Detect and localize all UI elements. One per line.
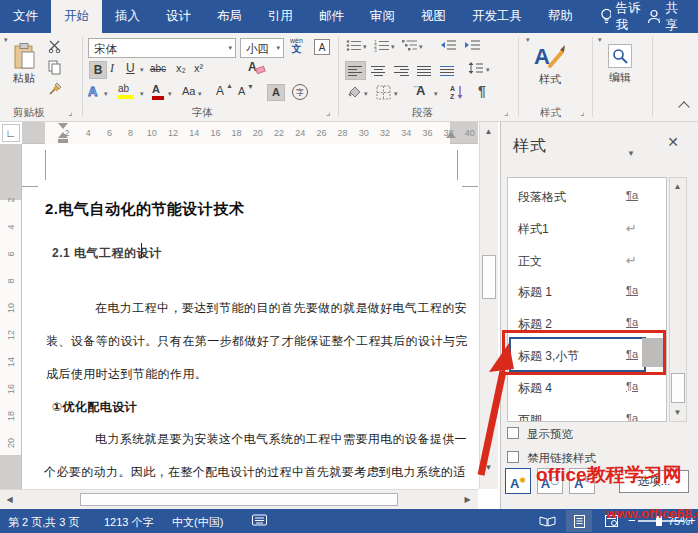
clear-formatting-button[interactable]: A [248,61,257,73]
styles-scroll-up-button[interactable] [670,179,685,194]
document-page[interactable]: 2.电气自动化的节能设计技术 2.1 电气工程的设计 在电力工程中，要达到节能的… [22,144,479,489]
styles-pane-close-icon[interactable] [665,134,681,150]
ribbon-tab-9[interactable]: 开发工具 [459,0,535,33]
format-painter-button[interactable] [48,81,63,98]
keyboard-indicator[interactable] [252,514,267,528]
bullets-button[interactable] [346,39,362,54]
ribbon-tab-10[interactable]: 帮助 [535,0,586,33]
styles-list-scrollbar[interactable] [669,177,687,422]
styles-pane-dropdown-icon[interactable] [627,142,639,154]
ribbon-tab-0[interactable]: 文件 [0,0,51,33]
text-effects-dropdown-icon[interactable] [104,90,112,98]
grow-font-button[interactable]: A▲ [216,85,224,97]
font-dialog-launcher[interactable] [326,107,336,117]
cut-button[interactable] [48,40,63,55]
read-mode-button[interactable] [534,510,560,532]
shrink-font-button[interactable]: A▼ [238,86,245,97]
style-item-3[interactable]: 标题 1¶a [510,276,664,307]
decrease-indent-button[interactable] [440,39,457,54]
styles-scroll-thumb[interactable] [671,373,685,403]
numbering-button[interactable]: 123 [374,39,390,54]
asian-layout-dropdown-icon[interactable] [434,90,442,98]
justify-button[interactable] [415,62,434,79]
asian-layout-button[interactable]: A↔ [416,84,425,97]
left-indent-marker[interactable] [58,139,68,143]
font-color-button[interactable]: A [152,84,164,100]
vertical-ruler[interactable]: 2468101214161820 [0,144,22,489]
align-center-button[interactable] [369,62,388,79]
clipboard-dialog-launcher[interactable] [68,107,78,117]
word-count-indicator[interactable]: 1213 个字 [104,515,154,530]
ribbon-tab-4[interactable]: 布局 [204,0,255,33]
ribbon-tab-8[interactable]: 视图 [408,0,459,33]
borders-dropdown-icon[interactable] [394,90,402,98]
scroll-up-button[interactable] [481,124,496,139]
ribbon-tab-6[interactable]: 邮件 [306,0,357,33]
horizontal-ruler[interactable]: 246810121416182022242628303234363840 [22,122,478,144]
underline-button[interactable]: U [126,62,135,74]
styles-scroll-down-button[interactable] [670,405,685,420]
shading-dropdown-icon[interactable] [364,90,372,98]
tab-stop-selector[interactable]: ∟ [2,124,20,142]
styles-dialog-launcher[interactable] [580,107,590,117]
ribbon-tab-1[interactable]: 开始 [51,0,102,33]
borders-button[interactable] [376,85,391,102]
change-case-button[interactable]: Aa [182,86,195,97]
style-item-0[interactable]: 段落格式¶a [510,181,664,212]
show-hide-marks-button[interactable]: ¶ [478,84,486,98]
character-border-button[interactable]: A [314,39,330,55]
align-left-button[interactable] [346,62,365,79]
share-button[interactable]: 共享 [647,0,686,34]
scroll-left-button[interactable] [2,492,17,507]
italic-button[interactable]: I [110,62,114,74]
align-right-button[interactable] [392,62,411,79]
highlight-color-button[interactable]: ab [118,84,134,99]
paste-dropdown-icon[interactable] [20,88,28,96]
phonetic-guide-button[interactable]: wén文 [290,37,303,54]
line-spacing-dropdown-icon[interactable] [486,66,494,74]
language-indicator[interactable]: 中文(中国) [172,515,223,530]
page-number-indicator[interactable]: 第 2 页,共 3 页 [8,515,80,530]
strikethrough-button[interactable]: abc [150,64,166,74]
style-item-2[interactable]: 正文↵ [510,245,664,276]
increase-indent-button[interactable] [464,39,481,54]
enclose-characters-button[interactable]: 字 [292,84,308,100]
character-shading-button[interactable]: A [268,85,284,100]
change-case-dropdown-icon[interactable] [198,90,206,98]
font-name-select[interactable]: 宋体 [88,38,236,58]
multilevel-dropdown-icon[interactable] [419,43,427,51]
bold-button[interactable]: B [90,62,106,78]
bullets-dropdown-icon[interactable] [363,43,371,51]
editing-dropdown-icon[interactable] [616,87,624,95]
print-layout-button[interactable] [566,510,592,532]
underline-dropdown-icon[interactable] [140,66,148,74]
superscript-button[interactable]: x² [194,63,203,74]
text-effects-button[interactable]: A [88,85,97,98]
styles-dropdown-icon[interactable] [546,89,554,97]
horizontal-scrollbar[interactable] [0,489,478,509]
line-spacing-button[interactable] [468,61,484,77]
distribute-button[interactable] [438,62,457,79]
ribbon-tab-3[interactable]: 设计 [153,0,204,33]
paragraph-dialog-launcher[interactable] [504,107,514,117]
copy-button[interactable] [48,60,62,77]
multilevel-list-button[interactable] [402,39,418,54]
ribbon-tab-7[interactable]: 审阅 [357,0,408,33]
style-item-1[interactable]: 样式1↵ [510,213,664,244]
editing-button[interactable]: 编辑 [598,36,642,102]
vertical-scroll-thumb[interactable] [482,255,496,299]
tell-me-button[interactable]: 告诉我 [600,0,647,34]
font-color-dropdown-icon[interactable] [168,90,176,98]
shading-button[interactable] [346,85,362,101]
collapse-ribbon-chevron-icon[interactable] [678,101,689,112]
font-size-select[interactable]: 小四 [240,38,284,58]
highlight-dropdown-icon[interactable] [140,90,148,98]
styles-gallery-button[interactable]: A 样式 [526,36,574,102]
paste-button[interactable]: 粘贴 [4,36,44,102]
ribbon-tab-5[interactable]: 引用 [255,0,306,33]
ribbon-tab-2[interactable]: 插入 [102,0,153,33]
horizontal-scroll-thumb[interactable] [80,493,398,506]
numbering-dropdown-icon[interactable] [391,43,399,51]
subscript-button[interactable]: x₂ [176,63,186,74]
sort-button[interactable]: AZ [450,84,464,101]
